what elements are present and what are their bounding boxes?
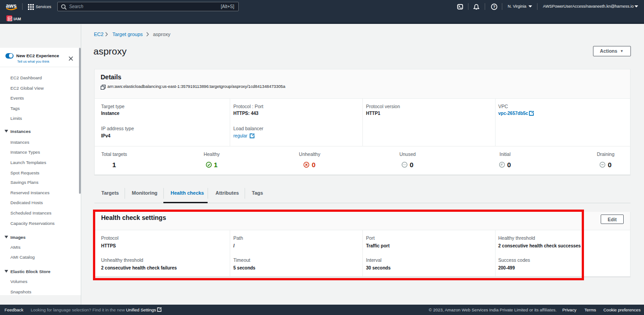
- svg-text:aws: aws: [6, 3, 17, 9]
- svg-text:?: ?: [493, 5, 495, 9]
